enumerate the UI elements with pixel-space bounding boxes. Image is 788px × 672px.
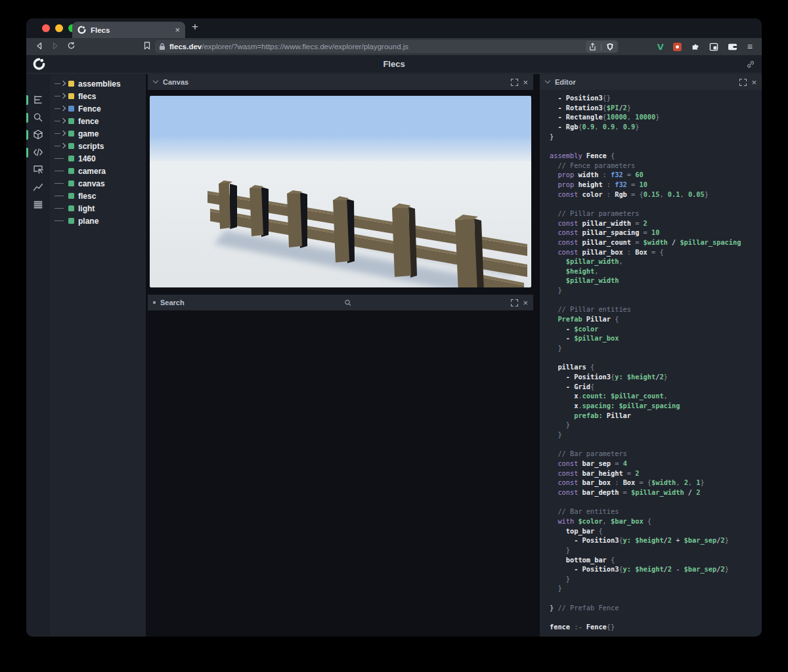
- editor-panel: Editor × - Position3{} - Rotation3{$PI/2…: [540, 74, 762, 637]
- entity-color-square: [68, 143, 74, 149]
- collapse-chevron-icon[interactable]: [545, 78, 550, 83]
- fullscreen-icon[interactable]: [739, 79, 747, 86]
- entity-label: flecs: [78, 92, 96, 101]
- entity-color-square: [68, 118, 74, 124]
- entity-color-square: [68, 156, 74, 161]
- code-line: prop height : f32 = 10: [550, 180, 762, 190]
- sidebar-item-light[interactable]: light: [50, 202, 146, 215]
- window-close-button[interactable]: [42, 24, 50, 32]
- entity-label: game: [78, 129, 98, 138]
- entity-color-square: [68, 168, 74, 174]
- browser-window: Flecs × + flecs.dev/explorer/?wasm=https…: [26, 18, 762, 637]
- list-icon: [33, 200, 43, 210]
- brave-shield-icon[interactable]: [606, 43, 614, 51]
- code-line: - Grid{: [550, 382, 762, 392]
- sidebar-item-game[interactable]: game: [50, 127, 146, 140]
- sidebar-item-canvas[interactable]: canvas: [50, 177, 146, 190]
- fullscreen-icon[interactable]: [511, 299, 518, 306]
- rail-tree-button[interactable]: [26, 93, 50, 108]
- active-indicator: [26, 95, 28, 105]
- new-tab-button[interactable]: +: [192, 20, 198, 33]
- code-line: }: [550, 132, 762, 142]
- url-path: /explorer/?wasm=https://www.flecs.dev/ex…: [202, 43, 408, 51]
- sidebar-item-scripts[interactable]: scripts: [50, 140, 146, 152]
- vue-devtools-icon[interactable]: V: [657, 42, 664, 52]
- active-indicator: [26, 130, 28, 140]
- sidebar-item-flecs[interactable]: flecs: [50, 90, 146, 102]
- share-icon[interactable]: [589, 43, 596, 51]
- rail-inspect-button[interactable]: [26, 162, 50, 178]
- close-panel-icon[interactable]: ×: [523, 78, 528, 87]
- entity-label: Fence: [78, 104, 101, 114]
- lock-icon: [159, 43, 165, 51]
- back-button[interactable]: [32, 41, 47, 52]
- entity-label: assemblies: [78, 79, 121, 89]
- entity-color-square: [68, 93, 74, 99]
- sidebar-item-1460[interactable]: 1460: [50, 152, 146, 165]
- entity-color-square: [68, 205, 74, 211]
- close-panel-icon[interactable]: ×: [523, 299, 528, 307]
- extensions-puzzle-icon[interactable]: [691, 42, 700, 51]
- flecs-favicon: [77, 26, 86, 34]
- wallet-icon[interactable]: [728, 43, 738, 51]
- canvas-render-3d-fence[interactable]: [150, 96, 531, 287]
- left-icon-rail: [26, 74, 50, 637]
- code-line: }: [550, 285, 762, 295]
- expand-arrow-icon[interactable]: [55, 127, 66, 140]
- sidebar-item-flesc[interactable]: flesc: [50, 190, 146, 202]
- expand-arrow-icon[interactable]: [55, 115, 66, 127]
- close-panel-icon[interactable]: ×: [751, 78, 756, 87]
- sidebar-item-camera[interactable]: camera: [50, 165, 146, 177]
- rail-search-button[interactable]: [26, 110, 50, 126]
- url-bar[interactable]: flecs.dev/explorer/?wasm=https://www.fle…: [155, 40, 619, 53]
- entity-label: canvas: [78, 179, 105, 188]
- collapsed-dot-icon[interactable]: [153, 301, 156, 304]
- expand-arrow-icon[interactable]: [55, 90, 66, 102]
- extension-hex-icon[interactable]: [673, 43, 682, 51]
- sidebar-item-assemblies[interactable]: assemblies: [50, 77, 146, 90]
- expand-arrow-icon[interactable]: [55, 77, 66, 90]
- sidebar-item-Fence[interactable]: Fence: [50, 102, 146, 115]
- active-indicator: [26, 113, 28, 123]
- entity-label: 1460: [78, 154, 96, 163]
- window-minimize-button[interactable]: [55, 24, 63, 32]
- reload-button[interactable]: [63, 41, 79, 52]
- code-icon: [33, 147, 43, 158]
- share-link-icon[interactable]: [746, 60, 755, 69]
- code-line: const bar_sep = 4: [550, 459, 762, 469]
- entity-color-square: [68, 131, 74, 136]
- tree-icon: [33, 94, 43, 105]
- code-line: - Rotation3{$PI/2}: [550, 103, 762, 113]
- sidebar-item-fence[interactable]: fence: [50, 115, 146, 127]
- entity-label: camera: [78, 167, 106, 176]
- rail-chart-button[interactable]: [26, 180, 50, 196]
- code-line: // Pillar entities: [550, 304, 762, 314]
- rail-cube-button[interactable]: [26, 127, 50, 143]
- code-line: [550, 497, 762, 507]
- collapse-chevron-icon[interactable]: [153, 78, 158, 83]
- sidebar-item-plane[interactable]: plane: [50, 215, 146, 227]
- entity-color-square: [68, 180, 74, 186]
- code-line: - $pillar_box: [550, 333, 762, 343]
- rail-list-button[interactable]: [26, 198, 50, 213]
- expand-arrow-icon[interactable]: [55, 140, 66, 152]
- browser-tab[interactable]: Flecs ×: [72, 22, 185, 38]
- bookmark-icon[interactable]: [139, 41, 155, 52]
- canvas-panel: Canvas ×: [148, 74, 533, 295]
- browser-menu-icon[interactable]: ≡: [747, 41, 753, 52]
- tab-close-icon[interactable]: ×: [175, 25, 180, 35]
- forward-button[interactable]: [47, 41, 63, 52]
- code-line: bottom_bar {: [550, 555, 762, 565]
- sidebar-toggle-icon[interactable]: [709, 43, 718, 51]
- expand-arrow-icon[interactable]: [55, 102, 66, 115]
- tree-guide-line: [55, 177, 66, 190]
- code-line: }: [550, 343, 762, 353]
- rail-code-button[interactable]: [26, 145, 50, 161]
- tree-guide-line: [55, 190, 66, 202]
- fullscreen-icon[interactable]: [511, 79, 518, 86]
- code-line: x.spacing: $pillar_spacing: [550, 401, 762, 411]
- code-line: - Position3{y: $height/2 + $bar_sep/2}: [550, 536, 762, 545]
- app-header: Flecs: [26, 55, 762, 74]
- entity-label: plane: [78, 217, 98, 226]
- code-editor[interactable]: - Position3{} - Rotation3{$PI/2} - Recta…: [540, 90, 762, 637]
